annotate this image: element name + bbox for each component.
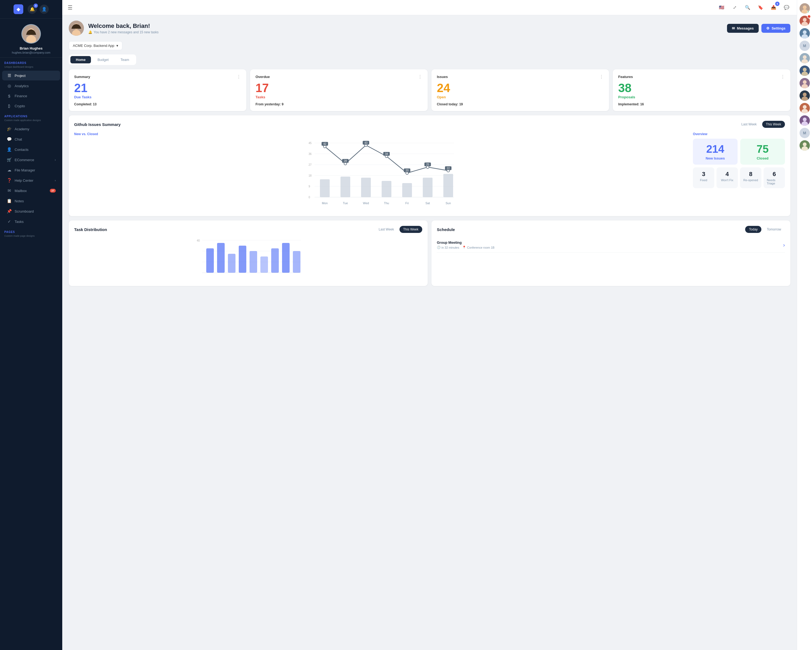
- menu-button[interactable]: ☰: [68, 5, 73, 11]
- sidebar-icon-group: 🔔 3 👤: [27, 5, 49, 14]
- sidebar-item-tasks[interactable]: ✓ Tasks: [2, 217, 60, 226]
- applications-label: APPLICATIONS: [0, 111, 62, 119]
- flag-icon[interactable]: 🇺🇸: [717, 3, 727, 12]
- svg-text:20: 20: [406, 169, 409, 172]
- summary-menu-icon[interactable]: ⋮: [237, 74, 241, 80]
- sidebar-item-label: File Manager: [15, 168, 35, 172]
- search-icon[interactable]: 🔍: [743, 3, 752, 12]
- sidebar-item-project[interactable]: ☰ Project: [2, 71, 60, 80]
- last-week-button[interactable]: Last Week: [737, 121, 760, 128]
- meeting-details: Group Meeting 🕐 in 32 minutes 📍 Conferen…: [437, 240, 495, 249]
- closed-issues-number: 75: [757, 143, 769, 155]
- sidebar-item-finance[interactable]: $ Finance: [2, 91, 60, 101]
- meeting-meta: 🕐 in 32 minutes 📍 Conference room 1B: [437, 246, 495, 249]
- sidebar-item-mailbox[interactable]: ✉ Mailbox 27: [2, 186, 60, 196]
- chart-svg: 45 36 27 18 9 0: [74, 139, 687, 210]
- sidebar-item-chat[interactable]: 💬 Chat: [2, 134, 60, 144]
- reopened-number: 8: [749, 171, 752, 178]
- svg-text:9: 9: [308, 185, 310, 188]
- meeting-name: Group Meeting: [437, 240, 495, 245]
- sidebar-item-ecommerce[interactable]: 🛒 ECommerce ›: [2, 155, 60, 165]
- today-button[interactable]: Today: [745, 226, 762, 233]
- welcome-avatar: [69, 21, 84, 36]
- chart-container: 45 36 27 18 9 0: [74, 139, 687, 211]
- sidebar-item-contacts[interactable]: 👤 Contacts: [2, 145, 60, 154]
- expand-icon[interactable]: ⤢: [730, 3, 739, 12]
- sidebar-item-helpcenter[interactable]: ❓ Help Center ›: [2, 176, 60, 185]
- rs-user-6[interactable]: [800, 66, 810, 76]
- issues-menu-icon[interactable]: ⋮: [599, 74, 604, 80]
- overdue-sub: From yesterday: 9: [255, 102, 422, 106]
- project-selector[interactable]: ACME Corp. Backend App ▾: [69, 41, 122, 50]
- dashboards-label: DASHBOARDS: [0, 58, 62, 66]
- summary-sub: Completed: 13: [74, 102, 241, 106]
- rs-user-11[interactable]: M: [800, 128, 810, 138]
- rs-user-3[interactable]: [800, 28, 810, 38]
- svg-point-81: [803, 55, 807, 59]
- task-this-week-button[interactable]: This Week: [400, 226, 422, 233]
- rs-user-1-container: [800, 3, 810, 14]
- svg-text:Fri: Fri: [406, 202, 409, 205]
- tab-team[interactable]: Team: [115, 56, 134, 63]
- rs-user-7[interactable]: [800, 78, 810, 88]
- settings-button[interactable]: ⚙ Settings: [762, 24, 791, 33]
- meeting-arrow-icon[interactable]: ›: [783, 242, 785, 248]
- messages-icon[interactable]: 💬: [782, 3, 791, 12]
- reopened-label: Re-opened: [743, 179, 758, 182]
- rs-user-5[interactable]: [800, 53, 810, 63]
- sidebar-item-notes[interactable]: 📋 Notes: [2, 196, 60, 206]
- gear-icon: ⚙: [766, 26, 769, 30]
- svg-text:Wed: Wed: [363, 202, 369, 205]
- sidebar-item-crypto[interactable]: ₿ Crypto: [2, 101, 60, 111]
- task-dist-toggle: Last Week This Week: [375, 226, 422, 233]
- rs-user-9[interactable]: [800, 103, 810, 113]
- rs-user-4[interactable]: M: [800, 41, 810, 51]
- rs-user-2-container: [800, 16, 810, 26]
- tab-budget[interactable]: Budget: [92, 56, 114, 63]
- rs-user-8[interactable]: [800, 90, 810, 101]
- tomorrow-button[interactable]: Tomorrow: [763, 226, 785, 233]
- sidebar-item-label: Help Center: [15, 179, 33, 182]
- rs-user-1[interactable]: [800, 3, 810, 14]
- svg-text:36: 36: [308, 153, 312, 156]
- sidebar-item-academy[interactable]: 🎓 Academy: [2, 124, 60, 134]
- sidebar-item-label: Scrumboard: [15, 210, 34, 213]
- sidebar-item-scrumboard[interactable]: 📌 Scrumboard: [2, 206, 60, 216]
- app-logo[interactable]: ◆: [14, 5, 23, 14]
- schedule-header: Schedule Today Tomorrow: [437, 226, 785, 233]
- this-week-button[interactable]: This Week: [762, 121, 785, 128]
- svg-text:22: 22: [447, 167, 450, 170]
- svg-rect-22: [320, 179, 330, 197]
- messages-button[interactable]: ✉ Messages: [727, 24, 759, 33]
- features-label: Proposals: [618, 95, 785, 99]
- sidebar-item-label: Crypto: [15, 104, 25, 108]
- welcome-text: Welcome back, Brian! 🔔 You have 2 new me…: [88, 23, 159, 34]
- bookmark-icon[interactable]: 🔖: [756, 3, 765, 12]
- closed-issues-label: Closed: [757, 156, 768, 161]
- tab-home[interactable]: Home: [70, 56, 91, 63]
- user-circle-icon[interactable]: 👤: [40, 5, 49, 14]
- needstriage-number: 6: [772, 171, 776, 178]
- features-menu-icon[interactable]: ⋮: [781, 74, 785, 80]
- svg-rect-67: [260, 257, 268, 273]
- svg-rect-27: [423, 178, 432, 197]
- notes-icon: 📋: [6, 199, 12, 203]
- sidebar-item-filemanager[interactable]: ☁ File Manager: [2, 165, 60, 175]
- sidebar-item-analytics[interactable]: ◎ Analytics: [2, 81, 60, 91]
- features-number: 38: [618, 82, 785, 94]
- sidebar-item-label: Tasks: [15, 220, 24, 224]
- svg-point-72: [803, 5, 807, 9]
- overdue-menu-icon[interactable]: ⋮: [418, 74, 422, 80]
- notifications-button[interactable]: 🔔 3: [27, 5, 37, 14]
- stat-cards: Summary ⋮ 21 Due Tasks Completed: 13 Ove…: [69, 69, 791, 111]
- sidebar-item-label: Finance: [15, 94, 27, 98]
- schedule-card: Schedule Today Tomorrow Group Meeting 🕐 …: [432, 220, 791, 286]
- welcome-message: 🔔 You have 2 new messages and 15 new tas…: [88, 30, 159, 34]
- sidebar-item-label: Analytics: [15, 84, 29, 88]
- welcome-actions: ✉ Messages ⚙ Settings: [727, 24, 791, 33]
- rs-user-12[interactable]: [800, 140, 810, 151]
- task-last-week-button[interactable]: Last Week: [375, 226, 398, 233]
- rs-user-10[interactable]: [800, 115, 810, 126]
- clock-icon: 🕐: [437, 246, 441, 249]
- svg-point-84: [803, 68, 807, 72]
